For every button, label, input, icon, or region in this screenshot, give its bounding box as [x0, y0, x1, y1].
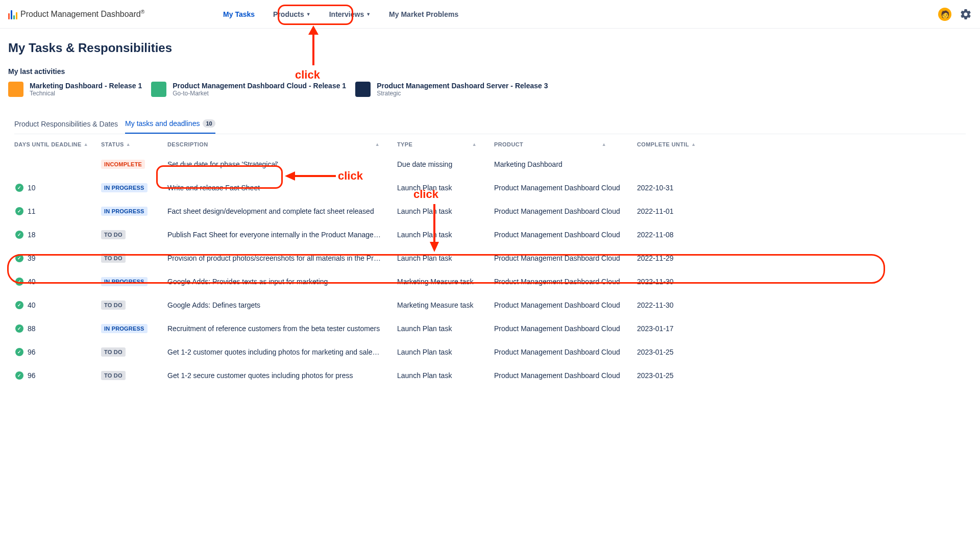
cell-product: Product Management Dashboard Cloud [494, 301, 637, 309]
status-badge: IN PROGRESS [101, 324, 148, 333]
settings-button[interactable] [960, 8, 972, 20]
cell-product: Product Management Dashboard Cloud [494, 231, 637, 239]
cell-days: ✓40 [14, 278, 101, 286]
logo-icon [8, 9, 17, 19]
status-badge: TO DO [101, 230, 126, 239]
activity-item[interactable]: Product Management Dashoard Server - Rel… [355, 82, 548, 97]
check-circle-icon: ✓ [15, 324, 23, 333]
table-row[interactable]: ✓96 TO DO Get 1-2 customer quotes includ… [14, 340, 966, 364]
tab-responsibilities[interactable]: Product Responsibilities & Dates [14, 115, 118, 134]
cell-product: Product Management Dashboard Cloud [494, 371, 637, 380]
nav-my-market-problems[interactable]: My Market Problems [382, 7, 465, 21]
sort-asc-icon: ▲ [126, 142, 131, 147]
check-circle-icon: ✓ [15, 207, 23, 215]
activity-swatch [355, 82, 371, 97]
gear-icon [960, 8, 972, 20]
activity-title: Product Management Dashoard Server - Rel… [377, 82, 548, 90]
cell-type: Launch Plan task [397, 254, 494, 262]
cell-status: TO DO [101, 230, 167, 239]
cell-status: INCOMPLETE [101, 160, 167, 169]
table-row[interactable]: ✓88 IN PROGRESS Recruitment of reference… [14, 317, 966, 340]
cell-product: Product Management Dashboard Cloud [494, 184, 637, 192]
status-badge: IN PROGRESS [101, 207, 148, 216]
cell-description: Publish Fact Sheet for everyone internal… [167, 231, 397, 239]
cell-description: Provision of product photos/screenshots … [167, 254, 397, 262]
col-complete[interactable]: COMPLETE UNTIL▲ [637, 141, 708, 147]
cell-complete: 2022-11-30 [637, 301, 708, 309]
cell-status: TO DO [101, 347, 167, 357]
cell-status: TO DO [101, 254, 167, 263]
cell-complete: 2023-01-17 [637, 324, 708, 333]
check-circle-icon: ✓ [15, 231, 23, 239]
cell-status: IN PROGRESS [101, 324, 167, 333]
activity-subtitle: Technical [30, 90, 142, 97]
tabs: Product Responsibilities & Dates My task… [14, 115, 966, 134]
cell-description: Fact sheet design/development and comple… [167, 207, 397, 215]
table-row[interactable]: ✓11 IN PROGRESS Fact sheet design/develo… [14, 199, 966, 223]
col-description[interactable]: DESCRIPTION▲ [167, 141, 397, 147]
cell-days: ✓10 [14, 184, 101, 192]
check-circle-icon: ✓ [15, 301, 23, 309]
table-row[interactable]: ✓18 TO DO Publish Fact Sheet for everyon… [14, 223, 966, 246]
cell-status: IN PROGRESS [101, 183, 167, 192]
cell-product: Product Management Dashboard Cloud [494, 278, 637, 286]
cell-description: Google Adds: Defines targets [167, 301, 397, 309]
cell-type: Launch Plan task [397, 324, 494, 333]
cell-type: Launch Plan task [397, 207, 494, 215]
col-product[interactable]: PRODUCT▲ [494, 141, 637, 147]
table-row[interactable]: ✓40 IN PROGRESS Google Adds: Provides te… [14, 270, 966, 293]
cell-product: Product Management Dashboard Cloud [494, 207, 637, 215]
table-header: DAYS UNTIL DEADLINE▲ STATUS▲ DESCRIPTION… [14, 134, 966, 153]
cell-product: Product Management Dashboard Cloud [494, 254, 637, 262]
user-avatar[interactable]: 🧑 [938, 8, 951, 21]
sort-asc-icon: ▲ [602, 142, 606, 147]
nav-interviews[interactable]: Interviews▼ [322, 7, 378, 21]
check-circle-icon: ✓ [15, 371, 23, 380]
cell-complete: 2023-01-25 [637, 371, 708, 380]
cell-complete: 2022-11-29 [637, 254, 708, 262]
cell-type: Launch Plan task [397, 348, 494, 356]
last-activities-label: My last activities [8, 67, 972, 76]
cell-product: Marketing Dashboard [494, 160, 637, 168]
cell-status: IN PROGRESS [101, 207, 167, 216]
table-row[interactable]: ✓39 TO DO Provision of product photos/sc… [14, 246, 966, 270]
cell-type: Due date missing [397, 160, 494, 168]
status-badge: TO DO [101, 254, 126, 263]
page-title: My Tasks & Responsibilities [8, 41, 972, 55]
cell-complete: 2022-11-08 [637, 231, 708, 239]
nav-products[interactable]: Products▼ [266, 7, 318, 21]
cell-description: Set due date for phase 'Strategical' [167, 160, 397, 168]
check-circle-icon: ✓ [15, 348, 23, 356]
table-row[interactable]: INCOMPLETE Set due date for phase 'Strat… [14, 153, 966, 176]
activity-item[interactable]: Product Management Dashboard Cloud - Rel… [151, 82, 346, 97]
brand-suffix: ® [141, 9, 144, 15]
cell-days: ✓40 [14, 301, 101, 309]
col-status[interactable]: STATUS▲ [101, 141, 167, 147]
activity-title: Marketing Dashboard - Release 1 [30, 82, 142, 90]
activity-item[interactable]: Marketing Dashboard - Release 1 Technica… [8, 82, 142, 97]
cell-type: Marketing Measure task [397, 278, 494, 286]
col-type[interactable]: TYPE▲ [397, 141, 494, 147]
cell-type: Marketing Measure task [397, 301, 494, 309]
tab-count-badge: 10 [203, 119, 215, 128]
table-row[interactable]: ✓10 IN PROGRESS Write and release Fact S… [14, 176, 966, 199]
col-days[interactable]: DAYS UNTIL DEADLINE▲ [14, 141, 101, 147]
primary-nav: My Tasks Products▼ Interviews▼ My Market… [216, 7, 465, 21]
table-row[interactable]: ✓40 TO DO Google Adds: Defines targets M… [14, 293, 966, 317]
cell-status: TO DO [101, 371, 167, 380]
cell-complete: 2022-11-01 [637, 207, 708, 215]
activity-swatch [151, 82, 166, 97]
table-body: INCOMPLETE Set due date for phase 'Strat… [14, 153, 966, 387]
cell-complete: 2022-10-31 [637, 184, 708, 192]
sort-asc-icon: ▲ [691, 142, 696, 147]
status-badge: INCOMPLETE [101, 160, 145, 169]
cell-description: Get 1-2 secure customer quotes including… [167, 371, 397, 380]
check-circle-icon: ✓ [15, 184, 23, 192]
tab-my-tasks-deadlines[interactable]: My tasks and deadlines 10 [125, 115, 215, 134]
cell-description: Get 1-2 customer quotes including photos… [167, 348, 397, 356]
status-badge: IN PROGRESS [101, 277, 148, 286]
check-circle-icon: ✓ [15, 254, 23, 262]
nav-my-tasks[interactable]: My Tasks [216, 7, 262, 21]
table-row[interactable]: ✓96 TO DO Get 1-2 secure customer quotes… [14, 364, 966, 387]
cell-status: TO DO [101, 300, 167, 310]
